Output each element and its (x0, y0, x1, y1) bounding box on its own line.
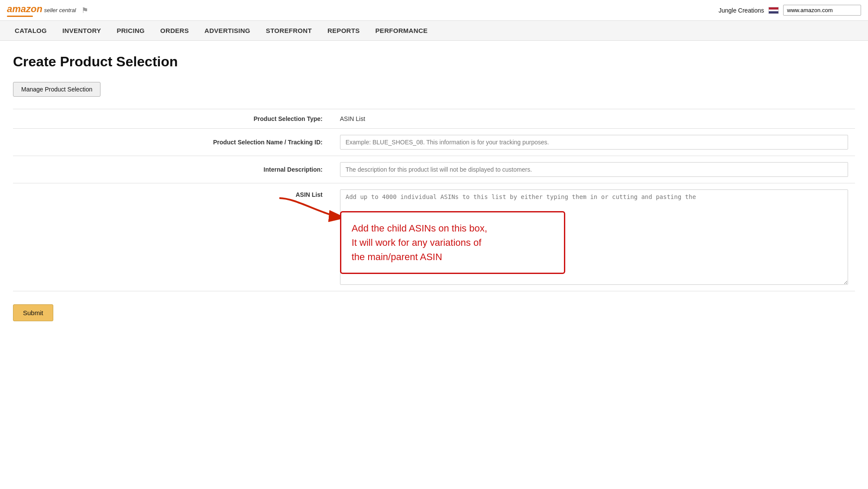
submit-button[interactable]: Submit (13, 304, 53, 321)
nav-item-reports[interactable]: REPORTS (320, 21, 368, 40)
page-title: Create Product Selection (13, 54, 855, 70)
product-selection-name-input[interactable] (340, 135, 848, 150)
product-selection-type-value: ASIN List (333, 109, 855, 129)
header-right: Jungle Creations (719, 5, 861, 16)
logo-area: amazon seller central ⚑ (7, 3, 88, 17)
product-selection-name-label: Product Selection Name / Tracking ID: (13, 129, 333, 156)
page-content: Create Product Selection Manage Product … (0, 41, 868, 347)
product-selection-name-input-cell (333, 129, 855, 156)
product-selection-type-row: Product Selection Type: ASIN List (13, 109, 855, 129)
asin-list-input-cell: Add the child ASINs on this box, It will… (333, 183, 855, 291)
form-table: Product Selection Type: ASIN List Produc… (13, 109, 855, 291)
seller-central-text: seller central (44, 7, 76, 13)
annotation-container: Add the child ASINs on this box, It will… (340, 189, 848, 285)
internal-description-row: Internal Description: (13, 156, 855, 183)
annotation-box: Add the child ASINs on this box, It will… (340, 211, 565, 274)
top-header: amazon seller central ⚑ Jungle Creations (0, 0, 868, 21)
annotation-line3: the main/parent ASIN (352, 251, 442, 262)
nav-item-catalog[interactable]: CATALOG (7, 21, 55, 40)
internal-description-label: Internal Description: (13, 156, 333, 183)
internal-description-input-cell (333, 156, 855, 183)
asin-list-row: ASIN List (13, 183, 855, 291)
store-name: Jungle Creations (719, 7, 764, 14)
annotation-line1: Add the child ASINs on this box, (352, 223, 487, 234)
us-flag-icon (768, 7, 779, 14)
site-url-input[interactable] (783, 5, 861, 16)
annotation-line2: It will work for any variations of (352, 237, 482, 248)
nav-item-orders[interactable]: ORDERS (152, 21, 197, 40)
amazon-logo-text: amazon (7, 3, 42, 14)
nav-item-inventory[interactable]: INVENTORY (55, 21, 109, 40)
nav-item-performance[interactable]: PERFORMANCE (368, 21, 436, 40)
nav-item-pricing[interactable]: PRICING (109, 21, 152, 40)
asin-list-label: ASIN List (13, 183, 333, 291)
flag-pin-icon: ⚑ (81, 6, 88, 15)
main-nav: CATALOG INVENTORY PRICING ORDERS ADVERTI… (0, 21, 868, 41)
internal-description-input[interactable] (340, 162, 848, 177)
annotation-text: Add the child ASINs on this box, It will… (352, 221, 554, 264)
product-selection-type-label: Product Selection Type: (13, 109, 333, 129)
nav-item-storefront[interactable]: STOREFRONT (258, 21, 320, 40)
nav-item-advertising[interactable]: ADVERTISING (197, 21, 258, 40)
asin-list-value: ASIN List (340, 115, 365, 122)
manage-product-selection-button[interactable]: Manage Product Selection (13, 82, 100, 97)
amazon-logo: amazon seller central (7, 3, 76, 17)
product-selection-name-row: Product Selection Name / Tracking ID: (13, 129, 855, 156)
